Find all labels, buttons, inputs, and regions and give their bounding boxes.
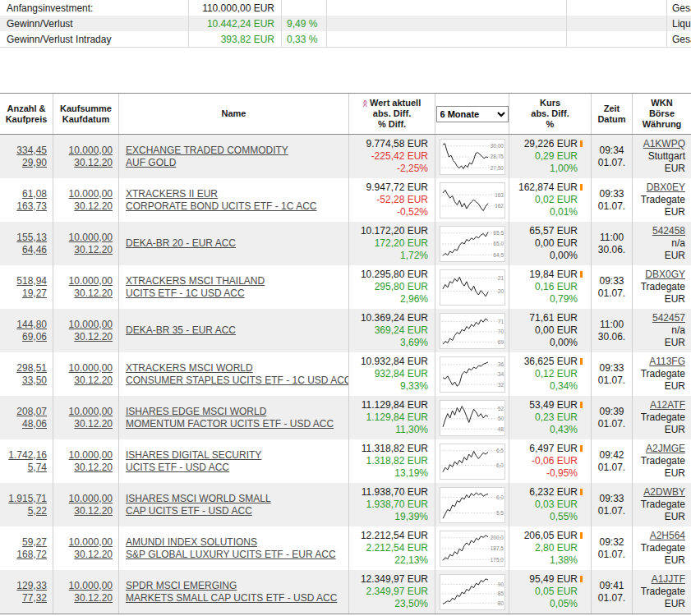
kaufpreis-link[interactable]: 5,22 — [28, 505, 47, 517]
kaufpreis-link[interactable]: 5,74 — [28, 462, 47, 474]
instrument-name-link[interactable]: SPDR MSCI EMERGING — [126, 580, 237, 592]
wkn-link[interactable]: A113FG — [649, 356, 685, 368]
kaufpreis-link[interactable]: 19,27 — [22, 287, 47, 300]
instrument-name-link[interactable]: DEKA-BR 35 - EUR ACC — [126, 324, 236, 337]
instrument-name-link-line2[interactable]: MARKETS SMALL CAP UCITS ETF - USD ACC — [126, 592, 337, 605]
sparkline-chart[interactable]: 65,565,064,5 — [440, 226, 505, 262]
wert-abs-diff: -225,42 EUR — [371, 150, 428, 163]
sparkline-chart[interactable]: 6,56,0 — [440, 444, 505, 480]
kaufdatum-link[interactable]: 30.12.20 — [74, 505, 113, 517]
wkn-link[interactable]: DBX0GY — [645, 269, 685, 281]
wkn-link[interactable]: A2H564 — [650, 530, 685, 542]
kaufsumme-link[interactable]: 10.000,00 — [69, 362, 113, 375]
kaufdatum-link[interactable]: 30.12.20 — [74, 287, 113, 300]
wkn-link[interactable]: A2DWBY — [643, 486, 685, 499]
kaufdatum-link[interactable]: 30.12.20 — [74, 592, 113, 605]
anzahl-link[interactable]: 298,51 — [16, 362, 47, 375]
instrument-name-link-line2[interactable]: MOMENTUM FACTOR UCITS ETF - USD ACC — [126, 418, 334, 430]
kaufpreis-link[interactable]: 168,72 — [16, 549, 47, 561]
sparkline-chart[interactable]: 6,05,5 — [440, 487, 505, 523]
instrument-name-link[interactable]: ISHARES EDGE MSCI WORLD — [126, 406, 266, 418]
instrument-name-link[interactable]: XTRACKERS MSCI WORLD — [126, 362, 253, 375]
sparkline-chart[interactable]: 200,0187,5175,0 — [440, 531, 505, 567]
position-row: 144,80 69,06 10.000,00 30.12.20 DEKA-BR … — [0, 309, 691, 352]
anzahl-link[interactable]: 144,80 — [16, 319, 47, 331]
wkn-link[interactable]: A1JJTF — [652, 573, 685, 586]
instrument-name-link-line2[interactable]: S&P GLOBAL LUXURY UCITS ETF - EUR ACC — [126, 549, 336, 561]
anzahl-link[interactable]: 155,13 — [16, 232, 47, 244]
kaufsumme-link[interactable]: 10.000,00 — [69, 319, 113, 331]
kaufpreis-link[interactable]: 33,50 — [22, 375, 47, 387]
kaufdatum-link[interactable]: 30.12.20 — [74, 244, 113, 256]
chart-period-select[interactable]: 6 Monate — [436, 106, 509, 122]
instrument-name-link[interactable]: EXCHANGE TRADED COMMODITY — [126, 145, 288, 157]
instrument-name-link[interactable]: XTRACKERS MSCI THAILAND — [126, 275, 265, 287]
sparkline-chart[interactable]: 525048 — [440, 400, 505, 436]
anzahl-link[interactable]: 59,27 — [22, 536, 47, 549]
kaufdatum-link[interactable]: 30.12.20 — [74, 200, 113, 213]
instrument-name-link[interactable]: ISHARES MSCI WORLD SMALL — [126, 493, 271, 505]
kaufsumme-link[interactable]: 10.000,00 — [69, 275, 113, 287]
wkn-link[interactable]: 542457 — [652, 312, 685, 324]
anzahl-link[interactable]: 1.915,71 — [8, 493, 47, 505]
instrument-name-link[interactable]: AMUNDI INDEX SOLUTIONS — [126, 536, 257, 549]
instrument-name-link[interactable]: ISHARES DIGITAL SECURITY — [126, 449, 261, 462]
kaufpreis-link[interactable]: 163,73 — [16, 200, 47, 213]
sparkline-chart[interactable]: 163162 — [440, 182, 505, 218]
kaufsumme-link[interactable]: 10.000,00 — [69, 406, 113, 418]
anzahl-link[interactable]: 129,33 — [16, 580, 47, 592]
summary-right-label-cut: Gesa — [667, 0, 691, 16]
sparkline-chart[interactable]: 2120 — [440, 269, 505, 306]
summary-row-anfangsinvestment: Anfangsinvestment: 110.000,00 EUR Gesa — [0, 0, 691, 16]
kaufdatum-link[interactable]: 30.12.20 — [74, 418, 113, 430]
kaufsumme-link[interactable]: 10.000,00 — [69, 232, 113, 244]
kaufdatum-link[interactable]: 30.12.20 — [74, 157, 113, 169]
datum: 01.07. — [598, 200, 625, 213]
sparkline-chart[interactable]: 717069 — [440, 313, 505, 349]
name-cell: ISHARES EDGE MSCI WORLD MOMENTUM FACTOR … — [119, 396, 349, 439]
kaufdatum-link[interactable]: 30.12.20 — [74, 462, 113, 474]
wkn-link[interactable]: 542458 — [652, 225, 685, 237]
kaufsumme-link[interactable]: 10.000,00 — [69, 145, 113, 157]
instrument-name-link[interactable]: DEKA-BR 20 - EUR ACC — [126, 237, 236, 250]
summary-percent — [282, 0, 327, 16]
anzahl-link[interactable]: 61,08 — [22, 188, 47, 200]
kaufpreis-link[interactable]: 29,90 — [22, 157, 47, 169]
zeit-datum-cell: 11:00 30.06. — [592, 222, 633, 265]
sort-ascending-icon[interactable]: ^^ — [363, 101, 367, 108]
wkn-link[interactable]: A1KWPQ — [643, 138, 685, 150]
instrument-name-link[interactable]: XTRACKERS II EUR — [126, 188, 218, 200]
kaufpreis-link[interactable]: 77,32 — [22, 592, 47, 605]
kaufsumme-link[interactable]: 10.000,00 — [69, 449, 113, 462]
kaufpreis-link[interactable]: 69,06 — [22, 331, 47, 343]
sparkline-chart[interactable]: 908580 — [440, 574, 505, 610]
kaufpreis-link[interactable]: 64,46 — [22, 244, 47, 256]
wkn-link[interactable]: A12ATF — [650, 399, 685, 411]
position-row: 59,27 168,72 10.000,00 30.12.20 AMUNDI I… — [0, 526, 691, 570]
kaufsumme-link[interactable]: 10.000,00 — [69, 580, 113, 592]
instrument-name-link-line2[interactable]: UCITS ETF - 1C USD ACC — [126, 287, 245, 300]
kaufsumme-link[interactable]: 10.000,00 — [69, 493, 113, 505]
kaufsumme-link[interactable]: 10.000,00 — [69, 188, 113, 200]
sparkline-chart[interactable]: 363432 — [440, 356, 505, 393]
sparkline-chart[interactable]: 30,0028,7527,50 — [440, 139, 505, 175]
anzahl-link[interactable]: 1.742,16 — [8, 449, 47, 462]
kaufdatum-link[interactable]: 30.12.20 — [74, 375, 113, 387]
instrument-name-link-line2[interactable]: CAP UCITS ETF - USD ACC — [126, 505, 252, 517]
kaufsumme-link[interactable]: 10.000,00 — [69, 536, 113, 549]
kaufdatum-link[interactable]: 30.12.20 — [74, 549, 113, 561]
wkn-cell: A2JMGE Tradegate EUR — [633, 439, 691, 483]
instrument-name-link-line2[interactable]: CORPORATE BOND UCITS ETF - 1C ACC — [126, 200, 316, 213]
instrument-name-link-line2[interactable]: AUF GOLD — [126, 157, 176, 169]
anzahl-link[interactable]: 334,45 — [16, 145, 47, 157]
instrument-name-link-line2[interactable]: UCITS ETF - USD ACC — [126, 462, 229, 474]
svg-text:200,0: 200,0 — [490, 535, 504, 540]
kaufdatum-link[interactable]: 30.12.20 — [74, 331, 113, 343]
wkn-link[interactable]: A2JMGE — [646, 443, 685, 455]
anzahl-link[interactable]: 518,94 — [16, 275, 47, 287]
anzahl-link[interactable]: 208,07 — [16, 406, 47, 418]
zeit: 11:00 — [600, 232, 624, 244]
kaufpreis-link[interactable]: 48,06 — [22, 418, 47, 430]
instrument-name-link-line2[interactable]: CONSUMER STAPLES UCITS ETF - 1C USD ACC — [126, 375, 349, 387]
wkn-link[interactable]: DBX0EY — [647, 182, 685, 194]
